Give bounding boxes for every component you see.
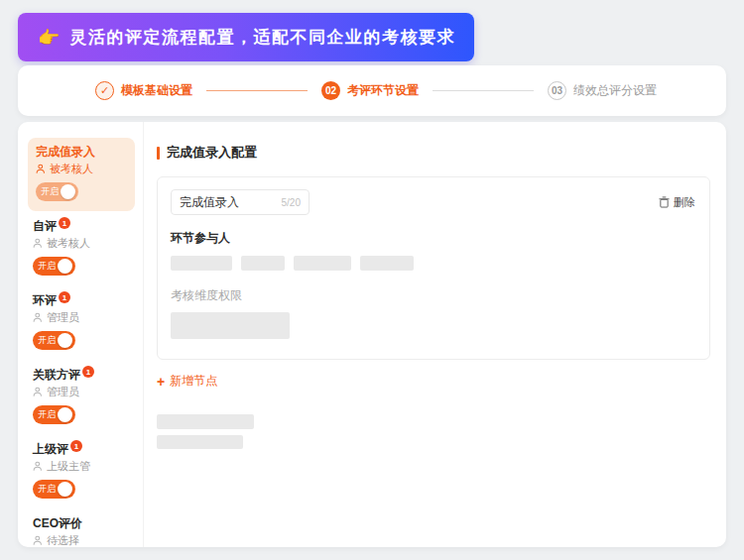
sidebar-item-title: 完成值录入 [36,145,95,159]
step-total-score[interactable]: 03 绩效总评分设置 [548,81,657,100]
sidebar-item-role: 被考核人 [47,236,90,251]
toggle-switch[interactable]: 开启 [33,405,75,424]
sidebar-item[interactable]: 环评 1 管理员 开启 [28,286,135,360]
placeholder-chip [360,256,414,271]
toggle-label: 开启 [36,334,58,347]
sidebar-item-title: 环评 [33,293,57,307]
sidebar-item-title: CEO评价 [33,516,82,530]
add-node-button[interactable]: + 新增节点 [157,373,710,390]
plus-icon: + [157,375,165,389]
step-label: 模板基础设置 [121,82,192,99]
dimension-permission-label: 考核维度权限 [171,287,695,304]
sidebar-item[interactable]: CEO评价 待选择 关闭 [28,509,135,547]
promo-banner-text: 灵活的评定流程配置，适配不同企业的考核要求 [69,26,455,49]
check-icon: ✓ [95,81,114,100]
notification-badge: 1 [59,217,70,229]
node-config-card: 完成值录入 5/20 删除 环节参与人 考 [157,176,710,360]
sidebar-item-role: 上级主管 [47,459,90,474]
section-title: 完成值录入配置 [167,144,257,162]
sidebar-item-role: 管理员 [47,310,79,325]
stepper: ✓ 模板基础设置 02 考评环节设置 03 绩效总评分设置 [18,65,726,116]
delete-node-button[interactable]: 删除 [659,195,695,210]
toggle-switch[interactable]: 开启 [33,331,75,350]
person-icon [33,387,44,397]
main-card: 完成值录入 被考核人 开启 自评 1 被考核人 开启 [18,122,726,547]
toggle-knob [58,407,72,422]
sidebar-item[interactable]: 完成值录入 被考核人 开启 [28,138,135,211]
step-template-basic[interactable]: ✓ 模板基础设置 [95,81,192,100]
toggle-knob [58,333,72,348]
promo-banner: 👉 灵活的评定流程配置，适配不同企业的考核要求 [18,13,474,61]
sidebar-item-role: 管理员 [47,385,79,399]
person-icon [33,461,44,472]
step-review-nodes[interactable]: 02 考评环节设置 [321,81,419,100]
node-name-input[interactable]: 完成值录入 5/20 [171,189,310,215]
placeholder-chip [171,256,232,271]
toggle-label: 开启 [39,185,61,198]
step-number: 02 [321,81,340,100]
notification-badge: 1 [82,366,94,378]
notification-badge: 1 [59,291,70,303]
participants-chip-row [171,256,695,271]
stepper-connector [433,90,534,91]
toggle-switch[interactable]: 开启 [33,257,75,276]
toggle-knob [61,184,75,199]
person-icon [33,535,44,546]
toggle-switch[interactable]: 开启 [36,182,78,201]
person-icon [33,238,44,249]
toggle-switch[interactable]: 开启 [33,480,75,499]
placeholder-block [171,312,290,339]
toggle-knob [58,259,72,274]
stepper-connector [206,90,308,91]
sidebar-item[interactable]: 自评 1 被考核人 开启 [28,212,135,285]
pointing-hand-icon: 👉 [38,27,60,49]
toggle-label: 开启 [36,408,58,421]
sidebar-item[interactable]: 上级评 1 上级主管 开启 [28,435,135,508]
sidebar-item-title: 自评 [33,219,57,233]
step-label: 绩效总评分设置 [573,82,657,99]
char-counter: 5/20 [282,197,301,208]
section-header: 完成值录入配置 [157,144,710,162]
node-name-value: 完成值录入 [180,194,239,211]
placeholder-bar [157,435,243,449]
placeholder-chip [294,256,351,271]
toggle-label: 开启 [36,260,58,273]
person-icon [33,312,44,323]
toggle-knob [58,482,72,497]
placeholder-bar [157,414,254,429]
person-icon [36,164,47,174]
step-number: 03 [548,81,566,100]
step-label: 考评环节设置 [347,82,419,99]
sidebar-item[interactable]: 关联方评 1 管理员 开启 [28,361,135,434]
delete-label: 删除 [674,195,695,210]
content-panel: 完成值录入配置 完成值录入 5/20 删除 环节参与人 [144,122,726,547]
sidebar-item-role: 被考核人 [50,162,93,176]
toggle-label: 开启 [36,483,58,496]
participants-label: 环节参与人 [171,230,695,247]
sidebar-item-role: 待选择 [47,533,79,547]
trash-icon [659,196,670,208]
placeholder-chip [241,256,285,271]
add-node-label: 新增节点 [170,373,217,390]
section-accent-bar [157,147,160,160]
sidebar-item-title: 关联方评 [33,368,80,382]
sidebar-item-title: 上级评 [33,442,68,456]
sidebar: 完成值录入 被考核人 开启 自评 1 被考核人 开启 [18,122,144,547]
notification-badge: 1 [70,440,82,452]
